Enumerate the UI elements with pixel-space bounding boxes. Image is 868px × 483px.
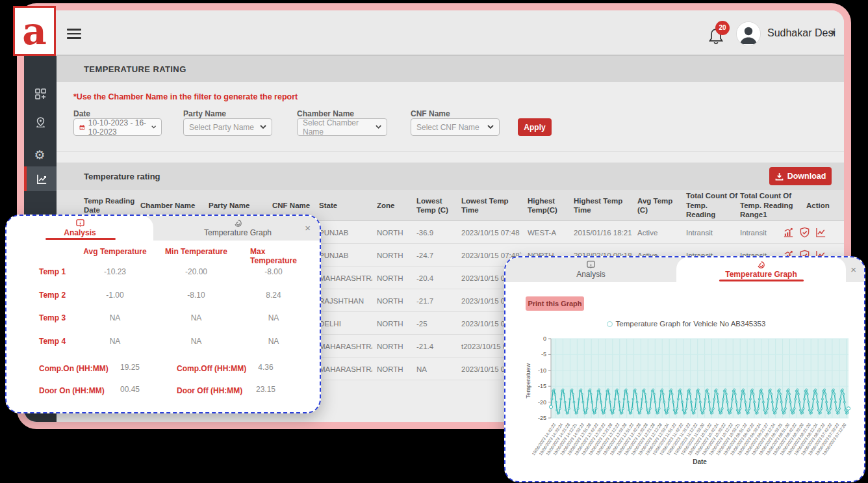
graph-popup-tabbar: Analysis Temperature Graph × xyxy=(505,257,864,282)
table-cell-lowest_temp: -25 xyxy=(416,312,457,335)
analysis-max-value: NA xyxy=(268,313,279,322)
close-icon[interactable]: × xyxy=(850,264,856,275)
cnf-filter-label: CNF Name xyxy=(411,109,450,118)
temperature-graph-popup: Analysis Temperature Graph × Print this … xyxy=(504,256,865,482)
dashboard-grid-icon xyxy=(34,88,47,100)
tab-temperature-graph-label: Temperature Graph xyxy=(725,270,797,279)
analysis-stat-value: 23.15 xyxy=(256,385,275,394)
analysis-avg-value: NA xyxy=(110,337,121,346)
avatar[interactable] xyxy=(736,21,761,46)
tab-temperature-graph[interactable]: Temperature Graph xyxy=(153,216,321,241)
analysis-avg-value: -10.23 xyxy=(104,267,126,276)
sidebar-item-dashboard[interactable] xyxy=(24,82,57,105)
analysis-min-value: -20.00 xyxy=(185,267,207,276)
info-tooltip-icon xyxy=(587,261,595,269)
analysis-min-value: NA xyxy=(191,313,202,322)
table-cell-lowest_temp: -24.7 xyxy=(416,244,457,267)
table-cell-lowest_temp: -21.4 xyxy=(416,335,457,358)
hamburger-menu-icon[interactable] xyxy=(67,29,81,39)
table-title-band: Temperature rating Download xyxy=(57,163,844,190)
analysis-popup: Analysis Temperature Graph × Avg Tempera… xyxy=(5,215,321,413)
table-cell-highest_temp: WEST-A xyxy=(528,221,570,244)
column-header: Avg Temp (C) xyxy=(637,190,683,221)
table-cell-state: MAHARASHTRA xyxy=(319,358,372,380)
print-graph-button[interactable]: Print this Graph xyxy=(526,296,584,311)
tab-analysis[interactable]: Analysis xyxy=(6,216,153,241)
analysis-max-value: -8.00 xyxy=(264,267,282,276)
line-chart-action-icon[interactable] xyxy=(815,227,826,238)
user-menu-caret-icon[interactable]: ▾ xyxy=(831,27,836,37)
app-logo[interactable]: a xyxy=(13,6,56,56)
table-cell-state: PUNJAB xyxy=(319,221,372,244)
tab-temperature-graph-label: Temperature Graph xyxy=(204,228,272,237)
apply-button[interactable]: Apply xyxy=(518,118,552,136)
download-label: Download xyxy=(787,172,826,181)
chevron-down-icon xyxy=(260,125,266,129)
temperature-chart: 19/06/2023 14:42:2319/06/2023 14:33:2419… xyxy=(524,329,856,482)
tab-temperature-graph[interactable]: Temperature Graph xyxy=(676,257,846,282)
chamber-name-select[interactable]: Select Chamber Name xyxy=(297,118,387,136)
shield-check-action-icon[interactable] xyxy=(799,227,810,238)
column-header: Zone xyxy=(377,190,411,221)
x-axis-title: Date xyxy=(693,458,707,465)
table-cell-highest_time: 2015/01/16 18:21 xyxy=(574,221,632,244)
table-cell-count: Intransit xyxy=(686,221,738,244)
notification-count-badge: 20 xyxy=(715,21,730,35)
y-tick-label: -15 xyxy=(538,383,546,389)
y-tick-label: -5 xyxy=(541,351,546,358)
chevron-down-icon xyxy=(151,125,156,129)
row-actions xyxy=(783,221,826,244)
download-button[interactable]: Download xyxy=(769,167,832,185)
y-tick-label: -25 xyxy=(538,415,546,421)
analysis-row-label: Temp 2 xyxy=(39,291,66,300)
analysis-stat-label: Comp.Off (HH:MM) xyxy=(177,364,246,373)
sidebar-item-reports[interactable] xyxy=(24,166,57,191)
table-cell-zone: NORTH xyxy=(377,289,411,312)
analysis-col-header: Avg Temperature xyxy=(83,247,146,256)
screenshot-stage: 20 Sudhakar Desi ▾ xyxy=(0,0,868,483)
divider xyxy=(57,151,844,151)
table-cell-zone: NORTH xyxy=(377,335,411,358)
user-silhouette-icon xyxy=(737,22,760,46)
analysis-stat-label: Door On (HH:MM) xyxy=(39,386,105,395)
party-name-select[interactable]: Select Party Name xyxy=(183,118,272,136)
column-header: Action xyxy=(806,190,843,221)
legend-marker-icon xyxy=(607,321,613,327)
growth-chart-action-icon[interactable] xyxy=(783,227,794,238)
close-icon[interactable]: × xyxy=(305,222,311,233)
table-cell-lowest_temp: -36.9 xyxy=(416,221,457,244)
chart-legend: Temperature Graph for Vehicle No AB34535… xyxy=(505,320,865,328)
gear-icon: ⚙ xyxy=(34,149,47,161)
column-header: Highest Temp(C) xyxy=(528,190,570,221)
table-cell-lowest_temp: -21.7 xyxy=(416,289,457,312)
y-tick-label: -10 xyxy=(538,367,546,374)
chamber-filter-label: Chamber Name xyxy=(297,109,354,118)
tab-analysis[interactable]: Analysis xyxy=(505,257,676,282)
analysis-popup-tabbar: Analysis Temperature Graph × xyxy=(6,216,320,241)
sidebar-item-locations[interactable] xyxy=(24,111,57,134)
sidebar-item-settings[interactable]: ⚙ xyxy=(24,143,57,166)
analysis-col-header: Max Temperature xyxy=(250,247,297,265)
table-cell-state: RAJSHTHAN xyxy=(319,289,372,312)
analysis-avg-value: -1.00 xyxy=(106,291,123,300)
chevron-down-icon xyxy=(376,125,381,129)
analysis-avg-value: NA xyxy=(110,313,121,322)
column-header: Total Count Of Temp. Reading Range1 xyxy=(740,190,805,221)
analysis-stat-value: 4.36 xyxy=(258,363,273,372)
analysis-stat-label: Comp.On (HH:MM) xyxy=(39,364,108,373)
table-cell-avg_temp: Active xyxy=(637,221,683,244)
date-filter-label: Date xyxy=(73,109,90,118)
user-name[interactable]: Sudhakar Desi xyxy=(767,27,836,39)
page-title: TEMPERATURE RATING xyxy=(84,64,186,74)
party-filter-label: Party Name xyxy=(183,109,226,118)
analysis-max-value: 8.24 xyxy=(266,291,281,300)
column-header: Lowest Temp Time xyxy=(461,190,523,221)
page-title-band: TEMPERATURE RATING xyxy=(57,56,844,82)
analysis-col-header: Min Temperature xyxy=(165,247,227,256)
y-tick-label: -20 xyxy=(538,399,546,406)
cnf-name-select[interactable]: Select CNF Name xyxy=(411,118,500,136)
date-range-select[interactable]: 10-10-2023 - 16-10-2023 xyxy=(73,118,162,136)
scribble-graph-icon xyxy=(234,219,242,228)
download-icon xyxy=(775,172,784,181)
table-cell-lowest_temp: NA xyxy=(416,358,457,380)
